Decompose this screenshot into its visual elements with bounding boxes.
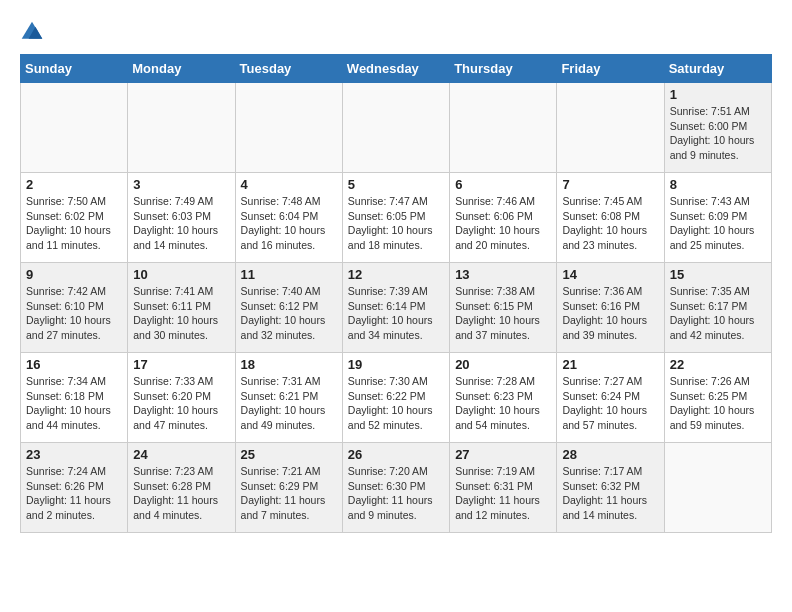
page-header	[20, 20, 772, 44]
calendar-week-row: 9Sunrise: 7:42 AM Sunset: 6:10 PM Daylig…	[21, 263, 772, 353]
day-number: 11	[241, 267, 337, 282]
day-info: Sunrise: 7:31 AM Sunset: 6:21 PM Dayligh…	[241, 374, 337, 433]
logo-icon	[20, 20, 44, 44]
calendar-cell	[128, 83, 235, 173]
calendar-cell: 24Sunrise: 7:23 AM Sunset: 6:28 PM Dayli…	[128, 443, 235, 533]
calendar-cell: 5Sunrise: 7:47 AM Sunset: 6:05 PM Daylig…	[342, 173, 449, 263]
day-number: 26	[348, 447, 444, 462]
day-info: Sunrise: 7:39 AM Sunset: 6:14 PM Dayligh…	[348, 284, 444, 343]
calendar-cell: 28Sunrise: 7:17 AM Sunset: 6:32 PM Dayli…	[557, 443, 664, 533]
calendar-cell	[235, 83, 342, 173]
calendar-cell: 9Sunrise: 7:42 AM Sunset: 6:10 PM Daylig…	[21, 263, 128, 353]
calendar-cell: 19Sunrise: 7:30 AM Sunset: 6:22 PM Dayli…	[342, 353, 449, 443]
day-info: Sunrise: 7:41 AM Sunset: 6:11 PM Dayligh…	[133, 284, 229, 343]
day-number: 4	[241, 177, 337, 192]
calendar-cell: 27Sunrise: 7:19 AM Sunset: 6:31 PM Dayli…	[450, 443, 557, 533]
calendar-cell: 11Sunrise: 7:40 AM Sunset: 6:12 PM Dayli…	[235, 263, 342, 353]
day-info: Sunrise: 7:50 AM Sunset: 6:02 PM Dayligh…	[26, 194, 122, 253]
calendar-cell: 1Sunrise: 7:51 AM Sunset: 6:00 PM Daylig…	[664, 83, 771, 173]
day-number: 17	[133, 357, 229, 372]
calendar-cell: 10Sunrise: 7:41 AM Sunset: 6:11 PM Dayli…	[128, 263, 235, 353]
day-info: Sunrise: 7:51 AM Sunset: 6:00 PM Dayligh…	[670, 104, 766, 163]
day-number: 3	[133, 177, 229, 192]
day-number: 27	[455, 447, 551, 462]
day-info: Sunrise: 7:35 AM Sunset: 6:17 PM Dayligh…	[670, 284, 766, 343]
calendar-header-friday: Friday	[557, 55, 664, 83]
day-info: Sunrise: 7:47 AM Sunset: 6:05 PM Dayligh…	[348, 194, 444, 253]
day-number: 18	[241, 357, 337, 372]
day-info: Sunrise: 7:30 AM Sunset: 6:22 PM Dayligh…	[348, 374, 444, 433]
calendar-cell: 3Sunrise: 7:49 AM Sunset: 6:03 PM Daylig…	[128, 173, 235, 263]
day-number: 14	[562, 267, 658, 282]
day-number: 23	[26, 447, 122, 462]
day-number: 15	[670, 267, 766, 282]
day-info: Sunrise: 7:40 AM Sunset: 6:12 PM Dayligh…	[241, 284, 337, 343]
day-number: 13	[455, 267, 551, 282]
calendar-cell: 15Sunrise: 7:35 AM Sunset: 6:17 PM Dayli…	[664, 263, 771, 353]
calendar-cell: 2Sunrise: 7:50 AM Sunset: 6:02 PM Daylig…	[21, 173, 128, 263]
day-number: 25	[241, 447, 337, 462]
calendar-cell	[664, 443, 771, 533]
day-info: Sunrise: 7:27 AM Sunset: 6:24 PM Dayligh…	[562, 374, 658, 433]
day-number: 8	[670, 177, 766, 192]
calendar-cell: 13Sunrise: 7:38 AM Sunset: 6:15 PM Dayli…	[450, 263, 557, 353]
calendar-cell: 18Sunrise: 7:31 AM Sunset: 6:21 PM Dayli…	[235, 353, 342, 443]
calendar-cell: 23Sunrise: 7:24 AM Sunset: 6:26 PM Dayli…	[21, 443, 128, 533]
day-number: 28	[562, 447, 658, 462]
calendar-cell	[21, 83, 128, 173]
calendar-table: SundayMondayTuesdayWednesdayThursdayFrid…	[20, 54, 772, 533]
day-number: 24	[133, 447, 229, 462]
calendar-cell: 17Sunrise: 7:33 AM Sunset: 6:20 PM Dayli…	[128, 353, 235, 443]
day-info: Sunrise: 7:34 AM Sunset: 6:18 PM Dayligh…	[26, 374, 122, 433]
calendar-cell	[342, 83, 449, 173]
day-info: Sunrise: 7:43 AM Sunset: 6:09 PM Dayligh…	[670, 194, 766, 253]
day-info: Sunrise: 7:20 AM Sunset: 6:30 PM Dayligh…	[348, 464, 444, 523]
calendar-cell: 16Sunrise: 7:34 AM Sunset: 6:18 PM Dayli…	[21, 353, 128, 443]
calendar-body: 1Sunrise: 7:51 AM Sunset: 6:00 PM Daylig…	[21, 83, 772, 533]
calendar-header-sunday: Sunday	[21, 55, 128, 83]
calendar-cell: 21Sunrise: 7:27 AM Sunset: 6:24 PM Dayli…	[557, 353, 664, 443]
day-number: 22	[670, 357, 766, 372]
day-info: Sunrise: 7:36 AM Sunset: 6:16 PM Dayligh…	[562, 284, 658, 343]
day-number: 21	[562, 357, 658, 372]
calendar-cell: 12Sunrise: 7:39 AM Sunset: 6:14 PM Dayli…	[342, 263, 449, 353]
day-info: Sunrise: 7:23 AM Sunset: 6:28 PM Dayligh…	[133, 464, 229, 523]
day-info: Sunrise: 7:24 AM Sunset: 6:26 PM Dayligh…	[26, 464, 122, 523]
day-info: Sunrise: 7:46 AM Sunset: 6:06 PM Dayligh…	[455, 194, 551, 253]
day-number: 9	[26, 267, 122, 282]
day-info: Sunrise: 7:49 AM Sunset: 6:03 PM Dayligh…	[133, 194, 229, 253]
calendar-cell: 25Sunrise: 7:21 AM Sunset: 6:29 PM Dayli…	[235, 443, 342, 533]
day-info: Sunrise: 7:28 AM Sunset: 6:23 PM Dayligh…	[455, 374, 551, 433]
calendar-week-row: 23Sunrise: 7:24 AM Sunset: 6:26 PM Dayli…	[21, 443, 772, 533]
calendar-header-saturday: Saturday	[664, 55, 771, 83]
calendar-cell: 22Sunrise: 7:26 AM Sunset: 6:25 PM Dayli…	[664, 353, 771, 443]
day-info: Sunrise: 7:48 AM Sunset: 6:04 PM Dayligh…	[241, 194, 337, 253]
calendar-cell: 14Sunrise: 7:36 AM Sunset: 6:16 PM Dayli…	[557, 263, 664, 353]
calendar-header-thursday: Thursday	[450, 55, 557, 83]
day-number: 10	[133, 267, 229, 282]
calendar-cell: 20Sunrise: 7:28 AM Sunset: 6:23 PM Dayli…	[450, 353, 557, 443]
calendar-cell: 6Sunrise: 7:46 AM Sunset: 6:06 PM Daylig…	[450, 173, 557, 263]
logo	[20, 20, 48, 44]
calendar-header-wednesday: Wednesday	[342, 55, 449, 83]
calendar-header-row: SundayMondayTuesdayWednesdayThursdayFrid…	[21, 55, 772, 83]
day-number: 7	[562, 177, 658, 192]
calendar-cell	[557, 83, 664, 173]
day-number: 2	[26, 177, 122, 192]
day-number: 5	[348, 177, 444, 192]
calendar-week-row: 2Sunrise: 7:50 AM Sunset: 6:02 PM Daylig…	[21, 173, 772, 263]
calendar-week-row: 16Sunrise: 7:34 AM Sunset: 6:18 PM Dayli…	[21, 353, 772, 443]
day-info: Sunrise: 7:33 AM Sunset: 6:20 PM Dayligh…	[133, 374, 229, 433]
day-info: Sunrise: 7:42 AM Sunset: 6:10 PM Dayligh…	[26, 284, 122, 343]
day-number: 20	[455, 357, 551, 372]
calendar-header-tuesday: Tuesday	[235, 55, 342, 83]
day-number: 19	[348, 357, 444, 372]
day-number: 16	[26, 357, 122, 372]
calendar-cell: 4Sunrise: 7:48 AM Sunset: 6:04 PM Daylig…	[235, 173, 342, 263]
calendar-cell: 26Sunrise: 7:20 AM Sunset: 6:30 PM Dayli…	[342, 443, 449, 533]
day-number: 12	[348, 267, 444, 282]
day-info: Sunrise: 7:19 AM Sunset: 6:31 PM Dayligh…	[455, 464, 551, 523]
calendar-week-row: 1Sunrise: 7:51 AM Sunset: 6:00 PM Daylig…	[21, 83, 772, 173]
day-number: 1	[670, 87, 766, 102]
day-number: 6	[455, 177, 551, 192]
